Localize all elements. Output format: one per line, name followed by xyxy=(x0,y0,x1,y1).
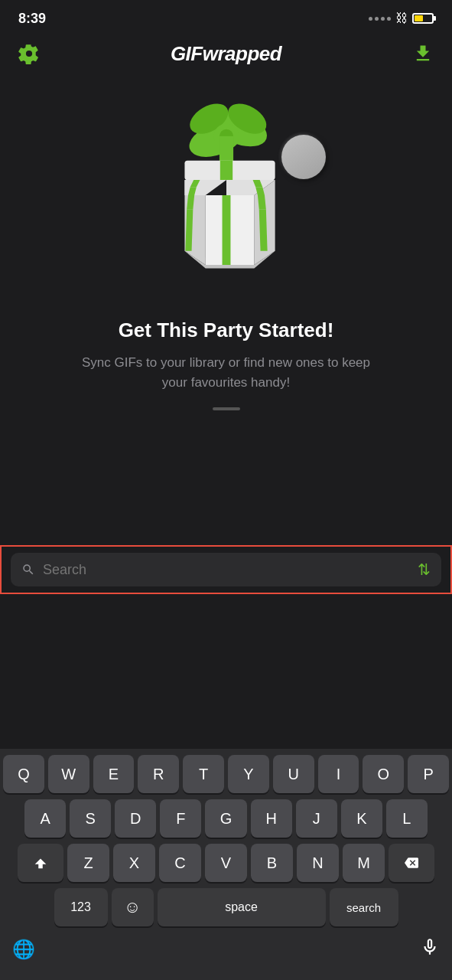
svg-marker-22 xyxy=(259,209,267,251)
signal-dot-3 xyxy=(381,17,385,21)
svg-marker-21 xyxy=(257,195,265,209)
key-o[interactable]: O xyxy=(363,755,404,793)
svg-rect-8 xyxy=(219,161,232,180)
key-l[interactable]: L xyxy=(386,799,428,838)
key-h[interactable]: H xyxy=(251,799,292,838)
numbers-label: 123 xyxy=(70,900,91,914)
key-b[interactable]: B xyxy=(251,844,293,882)
search-icon xyxy=(21,563,35,577)
status-icons: ⛓ xyxy=(369,11,434,25)
battery-icon xyxy=(412,13,434,24)
key-s[interactable]: S xyxy=(70,799,111,838)
circle-button[interactable] xyxy=(281,135,326,179)
gear-icon xyxy=(18,43,40,64)
key-p[interactable]: P xyxy=(408,755,449,793)
app-title: GIFwrapped xyxy=(171,42,281,66)
key-r[interactable]: R xyxy=(138,755,179,793)
key-n[interactable]: N xyxy=(297,844,339,882)
key-x[interactable]: X xyxy=(113,844,155,882)
download-icon xyxy=(412,43,434,64)
svg-rect-6 xyxy=(219,136,233,164)
search-bar-wrapper: ⇅ xyxy=(0,545,452,594)
emoji-key[interactable]: ☺ xyxy=(112,888,154,926)
key-d[interactable]: D xyxy=(115,799,156,838)
microphone-icon[interactable] xyxy=(420,937,440,962)
key-t[interactable]: T xyxy=(183,755,224,793)
key-m[interactable]: M xyxy=(343,844,385,882)
globe-icon[interactable]: 🌐 xyxy=(12,939,35,960)
key-u[interactable]: U xyxy=(273,755,314,793)
signal-dot-1 xyxy=(369,17,372,21)
search-bar: ⇅ xyxy=(11,553,441,586)
signal-dot-2 xyxy=(375,17,379,21)
status-bar: 8:39 ⛓ xyxy=(0,0,452,34)
hero-subtitle: Sync GIFs to your library or find new on… xyxy=(81,353,372,392)
shift-icon xyxy=(32,854,49,871)
key-k[interactable]: K xyxy=(341,799,382,838)
key-v[interactable]: V xyxy=(205,844,247,882)
main-content: Get This Party Started! Sync GIFs to you… xyxy=(0,74,452,392)
keyboard: Q W E R T Y U I O P A S D F G H J K L Z … xyxy=(0,749,452,980)
signal-dot-4 xyxy=(387,17,391,21)
link-icon: ⛓ xyxy=(395,11,408,25)
key-f[interactable]: F xyxy=(160,799,201,838)
key-w[interactable]: W xyxy=(48,755,89,793)
keyboard-bottom: 🌐 xyxy=(3,933,449,977)
nav-bar: GIFwrapped xyxy=(0,34,452,74)
space-key[interactable]: space xyxy=(158,888,326,926)
delete-icon xyxy=(403,856,420,870)
key-z[interactable]: Z xyxy=(67,844,109,882)
key-i[interactable]: I xyxy=(318,755,359,793)
key-c[interactable]: C xyxy=(159,844,201,882)
signal-dots xyxy=(369,17,391,21)
gift-svg xyxy=(150,89,303,288)
sort-icon[interactable]: ⇅ xyxy=(418,560,431,579)
search-action-label: search xyxy=(346,901,381,914)
shift-key[interactable] xyxy=(18,844,63,882)
key-g[interactable]: G xyxy=(205,799,246,838)
settings-button[interactable] xyxy=(15,40,43,67)
search-input[interactable] xyxy=(43,562,410,578)
gift-illustration xyxy=(127,89,326,296)
keyboard-row-3: Z X C V B N M xyxy=(3,844,449,882)
key-j[interactable]: J xyxy=(296,799,337,838)
keyboard-row-1: Q W E R T Y U I O P xyxy=(3,755,449,793)
svg-marker-14 xyxy=(222,195,230,265)
key-y[interactable]: Y xyxy=(228,755,269,793)
battery-fill xyxy=(415,15,423,21)
key-a[interactable]: A xyxy=(24,799,66,838)
drag-indicator xyxy=(213,407,240,410)
search-action-key[interactable]: search xyxy=(330,888,398,926)
numbers-key[interactable]: 123 xyxy=(54,888,108,926)
download-button[interactable] xyxy=(409,40,437,67)
key-e[interactable]: E xyxy=(93,755,135,793)
keyboard-row-2: A S D F G H J K L xyxy=(3,799,449,838)
mic-svg xyxy=(420,937,440,957)
hero-title: Get This Party Started! xyxy=(119,318,334,342)
search-icon-wrapper xyxy=(21,563,35,577)
space-label: space xyxy=(225,900,258,914)
keyboard-row-4: 123 ☺ space search xyxy=(3,888,449,926)
delete-key[interactable] xyxy=(389,844,434,882)
status-time: 8:39 xyxy=(18,11,46,27)
key-q[interactable]: Q xyxy=(3,755,44,793)
